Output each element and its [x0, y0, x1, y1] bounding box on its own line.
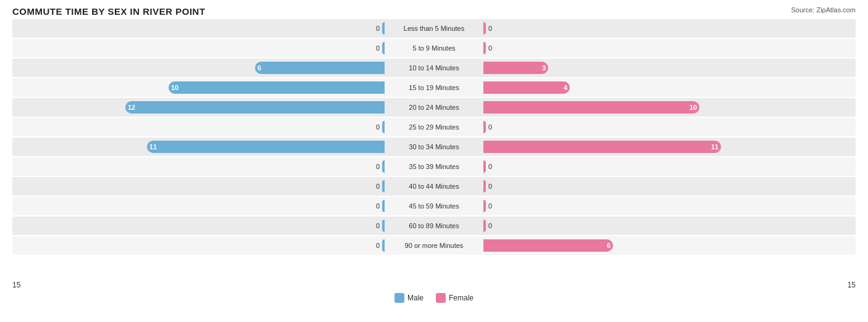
female-bar: [483, 200, 486, 212]
female-outside-value: 0: [488, 163, 492, 170]
male-bar: 10: [169, 81, 385, 94]
female-bar-container: 6: [483, 239, 856, 252]
female-bar: [483, 42, 486, 54]
male-bar-container: 0: [12, 180, 385, 192]
male-bar: 12: [125, 101, 385, 114]
female-outside-value: 0: [488, 123, 492, 131]
female-bar-container: 0: [483, 42, 856, 54]
female-bar-container: 0: [483, 200, 856, 212]
female-outside-value: 0: [488, 202, 492, 210]
legend-female-box: [436, 293, 446, 303]
female-bar-container: 0: [483, 121, 856, 133]
male-outside-value: 0: [376, 222, 380, 229]
row-label: 10 to 14 Minutes: [385, 64, 483, 72]
female-outside-value: 0: [488, 183, 492, 190]
male-outside-value: 0: [376, 25, 380, 32]
legend: Male Female: [12, 293, 856, 303]
male-value: 6: [257, 64, 261, 72]
female-value: 6: [607, 242, 611, 249]
chart-row: 12 20 to 24 Minutes 10: [12, 98, 856, 117]
female-bar-container: 0: [483, 160, 856, 173]
female-bar: [483, 180, 486, 192]
row-label: 15 to 19 Minutes: [385, 84, 483, 91]
chart-row: 0 60 to 89 Minutes 0: [12, 217, 856, 235]
female-bar-container: 3: [483, 62, 856, 74]
chart-row: 6 10 to 14 Minutes 3: [12, 59, 856, 77]
row-label: 40 to 44 Minutes: [385, 183, 483, 190]
male-bar-container: 11: [12, 141, 385, 153]
female-bar: 4: [483, 81, 570, 94]
source-text: Source: ZipAtlas.com: [791, 6, 856, 14]
chart-row: 10 15 to 19 Minutes 4: [12, 78, 856, 97]
legend-male-box: [394, 293, 404, 303]
chart-container: COMMUTE TIME BY SEX IN RIVER POINT Sourc…: [0, 0, 868, 322]
female-bar: 10: [483, 101, 699, 114]
row-label: 60 to 89 Minutes: [385, 222, 483, 229]
male-bar-container: 0: [12, 239, 385, 252]
female-value: 3: [542, 64, 546, 72]
row-label: 5 to 9 Minutes: [385, 44, 483, 52]
chart-row: 0 45 to 59 Minutes 0: [12, 197, 856, 215]
female-bar-container: 0: [483, 180, 856, 192]
female-bar: 6: [483, 239, 613, 252]
chart-area: 0 Less than 5 Minutes 0 0 5 to 9 Minutes…: [12, 19, 856, 278]
male-value: 12: [128, 104, 135, 111]
chart-title: COMMUTE TIME BY SEX IN RIVER POINT: [12, 6, 856, 17]
male-outside-value: 0: [376, 44, 380, 52]
axis-bottom: 15 15: [12, 281, 856, 289]
female-bar: 3: [483, 62, 548, 74]
female-bar-container: 0: [483, 22, 856, 35]
legend-male-label: Male: [407, 294, 424, 302]
chart-row: 11 30 to 34 Minutes 11: [12, 138, 856, 156]
row-label: 90 or more Minutes: [385, 242, 483, 249]
female-bar-container: 11: [483, 141, 856, 153]
female-value: 11: [711, 143, 719, 151]
male-bar-container: 0: [12, 121, 385, 133]
male-bar-container: 6: [12, 62, 385, 74]
chart-row: 0 Less than 5 Minutes 0: [12, 19, 856, 38]
male-value: 11: [149, 143, 157, 151]
legend-male: Male: [394, 293, 424, 303]
chart-row: 0 5 to 9 Minutes 0: [12, 39, 856, 57]
female-bar: [483, 220, 486, 232]
male-bar-container: 0: [12, 220, 385, 232]
row-label: 30 to 34 Minutes: [385, 143, 483, 151]
row-label: 20 to 24 Minutes: [385, 104, 483, 111]
row-label: Less than 5 Minutes: [385, 25, 483, 32]
axis-right: 15: [848, 281, 856, 289]
row-label: 45 to 59 Minutes: [385, 202, 483, 210]
male-bar-container: 10: [12, 81, 385, 94]
female-value: 4: [564, 84, 567, 91]
chart-row: 0 90 or more Minutes 6: [12, 236, 856, 255]
female-bar-container: 10: [483, 101, 856, 114]
female-outside-value: 0: [488, 44, 492, 52]
row-label: 25 to 29 Minutes: [385, 123, 483, 131]
female-bar-container: 0: [483, 220, 856, 232]
male-bar-container: 12: [12, 101, 385, 114]
male-outside-value: 0: [376, 123, 380, 131]
female-bar: [483, 22, 486, 35]
male-bar-container: 0: [12, 200, 385, 212]
female-bar: 11: [483, 141, 721, 153]
chart-row: 0 35 to 39 Minutes 0: [12, 157, 856, 176]
row-label: 35 to 39 Minutes: [385, 163, 483, 170]
female-bar-container: 4: [483, 81, 856, 94]
chart-row: 0 40 to 44 Minutes 0: [12, 177, 856, 196]
male-outside-value: 0: [376, 183, 380, 190]
male-bar-container: 0: [12, 42, 385, 54]
chart-row: 0 25 to 29 Minutes 0: [12, 118, 856, 136]
male-value: 10: [171, 84, 178, 91]
legend-female: Female: [436, 293, 474, 303]
male-bar-container: 0: [12, 22, 385, 35]
female-bar: [483, 121, 486, 133]
male-bar: 11: [147, 141, 385, 153]
male-outside-value: 0: [376, 202, 380, 210]
legend-female-label: Female: [449, 294, 474, 302]
female-value: 10: [690, 104, 697, 111]
female-outside-value: 0: [488, 25, 492, 32]
axis-left: 15: [12, 281, 20, 289]
male-bar: 6: [255, 62, 385, 74]
female-outside-value: 0: [488, 222, 492, 229]
male-outside-value: 0: [376, 242, 380, 249]
male-outside-value: 0: [376, 163, 380, 170]
